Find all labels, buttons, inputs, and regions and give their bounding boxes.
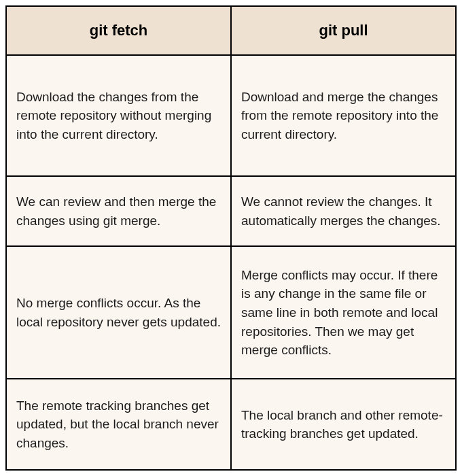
cell-fetch: We can review and then merge the changes… <box>6 176 231 246</box>
header-git-fetch: git fetch <box>6 6 231 55</box>
cell-fetch: No merge conflicts occur. As the local r… <box>6 246 231 379</box>
cell-pull: We cannot review the changes. It automat… <box>231 176 456 246</box>
header-git-pull: git pull <box>231 6 456 55</box>
cell-fetch: The remote tracking branches get updated… <box>6 379 231 470</box>
comparison-table: git fetch git pull Download the changes … <box>5 5 457 471</box>
cell-fetch: Download the changes from the remote rep… <box>6 55 231 176</box>
table-row: We can review and then merge the changes… <box>6 176 456 246</box>
table-row: No merge conflicts occur. As the local r… <box>6 246 456 379</box>
table-row: The remote tracking branches get updated… <box>6 379 456 470</box>
table-row: Download the changes from the remote rep… <box>6 55 456 176</box>
table-header-row: git fetch git pull <box>6 6 456 55</box>
cell-pull: Merge conflicts may occur. If there is a… <box>231 246 456 379</box>
cell-pull: The local branch and other remote-tracki… <box>231 379 456 470</box>
cell-pull: Download and merge the changes from the … <box>231 55 456 176</box>
